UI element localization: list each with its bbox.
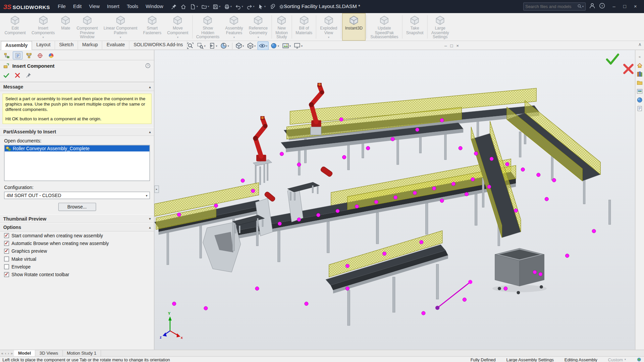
tab-sketch[interactable]: Sketch [55, 41, 78, 50]
design-library-icon[interactable] [636, 70, 643, 77]
ribbon-take-snapshot[interactable]: TakeSnapshot [403, 13, 426, 41]
tab-markup[interactable]: Markup [78, 41, 103, 50]
dropdown-arrow-icon[interactable]: ▾ [258, 35, 259, 40]
custom-toolbar-dropdown[interactable]: Custom ▾ [608, 357, 626, 362]
home-icon[interactable] [179, 2, 188, 11]
ribbon-exploded-view[interactable]: ExplodedView▾ [317, 13, 340, 41]
mate-point[interactable] [459, 146, 462, 150]
edit-appearance-icon[interactable]: ▾ [269, 42, 280, 50]
ribbon-smart-fasteners[interactable]: SmartFasteners [140, 13, 164, 41]
mate-point[interactable] [521, 168, 525, 171]
mate-point[interactable] [297, 163, 301, 167]
ribbon-show-hidden-components[interactable]: ShowHiddenComponents [193, 13, 222, 41]
previous-view-icon[interactable]: ▾ [207, 42, 219, 50]
dropdown-arrow-icon[interactable]: ▾ [216, 44, 217, 48]
solidworks-resources-icon[interactable] [636, 62, 643, 69]
mate-point[interactable] [463, 298, 466, 301]
cancel-button[interactable] [14, 72, 20, 79]
search-dropdown-icon[interactable]: ▾ [582, 5, 584, 8]
zoom-to-area-icon[interactable]: ▾ [196, 42, 207, 50]
mate-point[interactable] [474, 152, 478, 155]
tab-scroll-arrow-icon[interactable]: › [8, 351, 9, 355]
option-envelope[interactable]: Envelope [0, 263, 154, 270]
apply-scene-icon[interactable]: ▾ [281, 42, 292, 50]
graphics-area[interactable]: Y x z ▸ [154, 50, 635, 350]
featuremanager-tab-icon[interactable] [2, 51, 11, 59]
featuremanager-flyout-handle[interactable]: ▸ [154, 185, 159, 193]
ribbon-insert-components[interactable]: InsertComponents▾ [29, 13, 58, 41]
checkbox-start-command-when-creating-new-assembly[interactable] [4, 233, 9, 238]
open-icon[interactable]: ▾ [200, 2, 211, 11]
ribbon-mate[interactable]: Mate [58, 13, 74, 41]
tab-evaluate[interactable]: Evaluate [102, 41, 129, 50]
mate-point[interactable] [383, 252, 386, 255]
maximize-button[interactable]: □ [620, 2, 630, 11]
mate-point[interactable] [177, 213, 181, 217]
option-automatic-browse-when-creating-new-assembly[interactable]: Automatic Browse when creating new assem… [0, 239, 154, 247]
mate-point[interactable] [487, 185, 491, 189]
doc-tab-model[interactable]: Model [14, 350, 36, 357]
dropdown-arrow-icon[interactable]: ▾ [204, 44, 206, 48]
mate-point[interactable] [280, 152, 283, 156]
units-globe-icon[interactable] [637, 357, 642, 362]
mate-point[interactable] [451, 182, 455, 186]
ribbon-move-component[interactable]: MoveComponent▾ [164, 13, 191, 41]
browse-button[interactable]: Browse... [58, 203, 96, 211]
mate-point[interactable] [537, 173, 540, 177]
menu-view[interactable]: View [85, 3, 103, 10]
panel-help-icon[interactable]: ? [145, 63, 151, 69]
mate-point[interactable] [251, 189, 255, 193]
checkbox-automatic-browse-when-creating-new-assembly[interactable] [4, 241, 9, 246]
ribbon-bill-of-materials[interactable]: Bill ofMaterials [293, 13, 315, 41]
mate-point[interactable] [366, 146, 370, 150]
view-palette-icon[interactable] [636, 87, 643, 95]
ok-button[interactable] [3, 72, 9, 79]
dropdown-arrow-icon[interactable]: ▾ [254, 44, 256, 48]
message-section-header[interactable]: Message ▴ [0, 82, 154, 91]
custom-properties-icon[interactable] [636, 105, 643, 112]
hide-show-items-icon[interactable]: ▾ [257, 42, 269, 50]
mate-point[interactable] [592, 229, 596, 233]
pushpin-button[interactable] [25, 72, 32, 79]
menu-window[interactable]: Window [142, 3, 167, 10]
doc-minimize-button[interactable]: – [444, 42, 447, 49]
mate-point[interactable] [468, 280, 472, 284]
mate-point[interactable] [297, 218, 301, 222]
open-document-item[interactable]: Roller Conveyor Assembly_Complete [4, 145, 149, 151]
mate-point[interactable] [514, 209, 518, 213]
dropdown-arrow-icon[interactable]: ▾ [266, 44, 267, 48]
ribbon-update-speedpak-subassemblies[interactable]: UpdateSpeedPakSubassemblies [368, 13, 401, 41]
mate-point[interactable] [435, 306, 439, 310]
dropdown-arrow-icon[interactable]: ▾ [227, 44, 229, 48]
menu-edit[interactable]: Edit [69, 3, 85, 10]
attach-icon[interactable] [267, 2, 277, 11]
pin-icon[interactable] [169, 2, 179, 11]
menu-tools[interactable]: Tools [123, 3, 142, 10]
ribbon-new-motion-study[interactable]: NewMotionStudy [273, 13, 291, 41]
view-settings-icon[interactable]: ▾ [292, 42, 304, 50]
redo-icon[interactable]: ▾ [245, 2, 256, 11]
dropdown-arrow-icon[interactable]: ▾ [328, 35, 329, 40]
help-icon[interactable]: ? [599, 2, 605, 10]
doc-restore-button[interactable]: □ [450, 42, 453, 49]
select-icon[interactable]: ▾ [256, 2, 267, 11]
propertymanager-tab-icon[interactable] [13, 51, 22, 59]
undo-icon[interactable]: ▾ [233, 2, 245, 11]
mate-point[interactable] [342, 155, 346, 159]
dropdown-arrow-icon[interactable]: ▾ [219, 5, 220, 8]
new-document-icon[interactable]: ▾ [188, 2, 200, 11]
dropdown-arrow-icon[interactable]: ▾ [230, 5, 232, 8]
search-input[interactable] [525, 4, 577, 9]
user-account-icon[interactable] [589, 2, 596, 10]
checkbox-envelope[interactable] [4, 264, 9, 269]
checkbox-graphics-preview[interactable] [4, 249, 9, 254]
mate-point[interactable] [533, 270, 537, 274]
tab-assembly[interactable]: Assembly [1, 41, 32, 50]
menu-insert[interactable]: Insert [103, 3, 123, 10]
dropdown-arrow-icon[interactable]: ▾ [233, 35, 235, 40]
mate-point[interactable] [305, 302, 308, 306]
mate-point[interactable] [420, 240, 423, 244]
collection-bin[interactable] [492, 248, 547, 294]
dropdown-arrow-icon[interactable]: ▾ [264, 5, 266, 8]
option-graphics-preview[interactable]: Graphics preview [0, 247, 154, 255]
